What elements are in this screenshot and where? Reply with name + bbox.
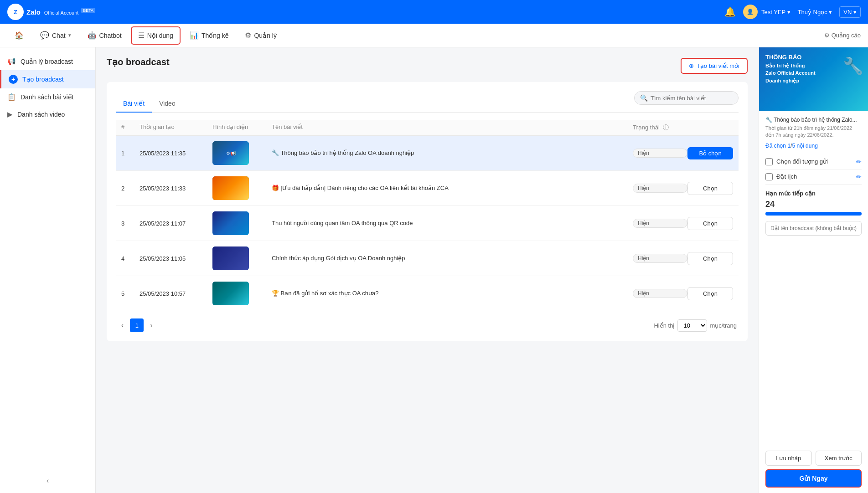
user-area: 👤 Test YEP ▾ bbox=[743, 5, 790, 19]
rp-limit-label: Hạn mức tiếp cận bbox=[765, 190, 862, 197]
avatar: 👤 bbox=[743, 5, 758, 19]
rp-post-title: 🔧 Thông báo bảo trì hệ thống Zalo... bbox=[765, 117, 862, 123]
zalo-logo: Z Zalo Official Account BETA bbox=[7, 4, 95, 20]
right-panel: THÔNG BÁO Bảo trì hệ thống Zalo Official… bbox=[759, 47, 868, 493]
table-row: 2 25/05/2023 11:33 🎁 [Ưu đãi hấp dẫn] Dà… bbox=[116, 171, 739, 206]
rp-section-chon-doi-tuong: Chọn đối tượng gửi ✏ bbox=[765, 154, 862, 169]
rp-banner-icon: 🔧 bbox=[843, 56, 863, 76]
thumbnail-4 bbox=[212, 246, 249, 270]
sidebar-item-danh-sach-bai-viet[interactable]: 📋 Danh sách bài viết bbox=[0, 88, 95, 106]
select-button-2[interactable]: Chọn bbox=[687, 182, 733, 195]
content-area: Tạo broadcast ⊕ Tạo bài viết mới Bài viế… bbox=[96, 47, 759, 493]
video-list-icon: ▶ bbox=[7, 110, 13, 118]
per-page-selector: Hiển thị 10 20 50 mục/trang bbox=[654, 319, 737, 332]
rp-post-desc: Thời gian từ 21h đêm ngày 21/06/2022 đến… bbox=[765, 125, 862, 139]
tab-bai-viet[interactable]: Bài viết bbox=[116, 95, 152, 113]
table-body: 1 25/05/2023 11:35 ⚙📢 🔧 Thông báo bảo tr… bbox=[116, 136, 739, 311]
nav-chatbot[interactable]: 🤖 Chatbot bbox=[80, 26, 129, 45]
post-list-icon: 📋 bbox=[7, 93, 16, 101]
rp-progress-fill bbox=[765, 212, 862, 216]
search-input[interactable] bbox=[651, 95, 733, 102]
page-number-1[interactable]: 1 bbox=[130, 318, 144, 332]
rp-progress-bar bbox=[765, 212, 862, 216]
thongke-icon: 📊 bbox=[190, 31, 199, 40]
search-box: 🔍 bbox=[634, 91, 739, 105]
quanly-icon: ⚙ bbox=[245, 31, 251, 40]
agent-name[interactable]: Thuỷ Ngọc ▾ bbox=[798, 9, 832, 15]
content-top-row: Tạo broadcast ⊕ Tạo bài viết mới bbox=[107, 56, 748, 75]
bell-icon[interactable]: 🔔 bbox=[724, 6, 736, 17]
save-draft-button[interactable]: Lưu nháp bbox=[765, 451, 812, 466]
thumbnail-3 bbox=[212, 211, 249, 235]
content-tabs: Bài viết Video bbox=[116, 95, 183, 112]
top-nav-right: 🔔 👤 Test YEP ▾ Thuỷ Ngọc ▾ VN ▾ bbox=[724, 5, 861, 19]
rp-body: 🔧 Thông báo bảo trì hệ thống Zalo... Thờ… bbox=[759, 111, 868, 445]
rp-section-dat-lich: Đặt lịch ✏ bbox=[765, 169, 862, 185]
chat-icon: 💬 bbox=[40, 31, 49, 40]
broadcast-name-input[interactable] bbox=[765, 221, 862, 236]
tab-video[interactable]: Video bbox=[152, 95, 183, 113]
rp-footer-btns: Lưu nháp Xem trước bbox=[765, 451, 862, 466]
quang-cao-link[interactable]: ⚙ Quảng cáo bbox=[824, 32, 861, 39]
status-badge: Hiện bbox=[633, 149, 687, 158]
content-card: Bài viết Video 🔍 # Thời gian tạo Hình đạ… bbox=[107, 82, 748, 341]
deselect-button-1[interactable]: Bỏ chọn bbox=[687, 147, 733, 159]
sidebar: 📢 Quản lý broadcast + Tạo broadcast 📋 Da… bbox=[0, 47, 96, 493]
quangcao-gear-icon: ⚙ bbox=[824, 32, 830, 39]
send-now-button[interactable]: Gửi Ngay bbox=[765, 469, 862, 488]
dat-lich-edit-icon[interactable]: ✏ bbox=[856, 173, 862, 180]
nav-chat[interactable]: 💬 Chat ▾ bbox=[33, 26, 78, 45]
table-header: # Thời gian tạo Hình đại diện Tên bài vi… bbox=[116, 120, 739, 136]
sidebar-item-quan-ly-broadcast[interactable]: 📢 Quản lý broadcast bbox=[0, 53, 95, 70]
zalo-logo-text: Zalo Official Account BETA bbox=[26, 8, 95, 16]
select-button-3[interactable]: Chọn bbox=[687, 217, 733, 230]
table-row: 5 25/05/2023 10:57 🏆 Bạn đã gửi hồ sơ xá… bbox=[116, 276, 739, 311]
sidebar-collapse-button[interactable]: ‹ bbox=[41, 474, 54, 488]
prev-page-button[interactable]: ‹ bbox=[118, 319, 127, 331]
rp-banner: THÔNG BÁO Bảo trì hệ thống Zalo Official… bbox=[759, 47, 868, 111]
sidebar-item-tao-broadcast[interactable]: + Tạo broadcast bbox=[0, 70, 95, 88]
create-post-icon: ⊕ bbox=[689, 62, 694, 69]
page-title: Tạo broadcast bbox=[107, 56, 170, 67]
pagination: ‹ 1 › bbox=[118, 318, 156, 332]
noidung-icon: ☰ bbox=[138, 31, 145, 40]
language-selector[interactable]: VN ▾ bbox=[839, 6, 861, 18]
table-row: 3 25/05/2023 11:07 Thu hút người dùng qu… bbox=[116, 206, 739, 241]
chon-doi-tuong-checkbox[interactable] bbox=[765, 158, 773, 165]
nav-noi-dung[interactable]: ☰ Nội dung bbox=[131, 26, 181, 45]
table-row: 1 25/05/2023 11:35 ⚙📢 🔧 Thông báo bảo tr… bbox=[116, 136, 739, 171]
rp-banner-text: THÔNG BÁO Bảo trì hệ thống Zalo Official… bbox=[765, 53, 816, 84]
nav-thong-ke[interactable]: 📊 Thống kê bbox=[182, 26, 236, 45]
dat-lich-checkbox[interactable] bbox=[765, 173, 773, 180]
select-button-4[interactable]: Chọn bbox=[687, 252, 733, 265]
create-post-button[interactable]: ⊕ Tạo bài viết mới bbox=[681, 58, 748, 74]
chat-arrow: ▾ bbox=[68, 32, 71, 38]
home-icon: 🏠 bbox=[15, 31, 24, 40]
zalo-logo-icon: Z bbox=[7, 4, 24, 20]
pagination-row: ‹ 1 › Hiển thị 10 20 50 mục/trang bbox=[116, 318, 739, 332]
thumbnail-2 bbox=[212, 176, 249, 200]
status-badge: Hiện bbox=[633, 254, 687, 263]
status-info-icon: ⓘ bbox=[663, 124, 669, 131]
status-badge: Hiện bbox=[633, 289, 687, 298]
top-nav-left: Z Zalo Official Account BETA bbox=[7, 4, 95, 20]
rp-chosen-label: Đã chọn 1/5 nội dung bbox=[765, 143, 862, 149]
nav-home[interactable]: 🏠 bbox=[7, 26, 31, 45]
select-button-5[interactable]: Chọn bbox=[687, 287, 733, 300]
main-layout: 📢 Quản lý broadcast + Tạo broadcast 📋 Da… bbox=[0, 47, 868, 493]
chon-doi-tuong-edit-icon[interactable]: ✏ bbox=[856, 158, 862, 165]
sidebar-item-danh-sach-video[interactable]: ▶ Danh sách video bbox=[0, 106, 95, 123]
top-navigation: Z Zalo Official Account BETA 🔔 👤 Test YE… bbox=[0, 0, 868, 24]
thumbnail-5 bbox=[212, 282, 249, 305]
preview-button[interactable]: Xem trước bbox=[816, 451, 862, 466]
status-badge: Hiện bbox=[633, 219, 687, 228]
search-icon: 🔍 bbox=[640, 94, 648, 102]
nav-quan-ly[interactable]: ⚙ Quản lý bbox=[238, 26, 284, 45]
per-page-select[interactable]: 10 20 50 bbox=[677, 319, 707, 332]
secondary-navigation: 🏠 💬 Chat ▾ 🤖 Chatbot ☰ Nội dung 📊 Thống … bbox=[0, 24, 868, 47]
test-yep-account[interactable]: Test YEP ▾ bbox=[761, 9, 790, 15]
next-page-button[interactable]: › bbox=[146, 319, 156, 331]
table-row: 4 25/05/2023 11:05 Chính thức áp dụng Gó… bbox=[116, 241, 739, 276]
plus-circle-icon: + bbox=[9, 75, 18, 84]
broadcast-manage-icon: 📢 bbox=[7, 57, 16, 66]
